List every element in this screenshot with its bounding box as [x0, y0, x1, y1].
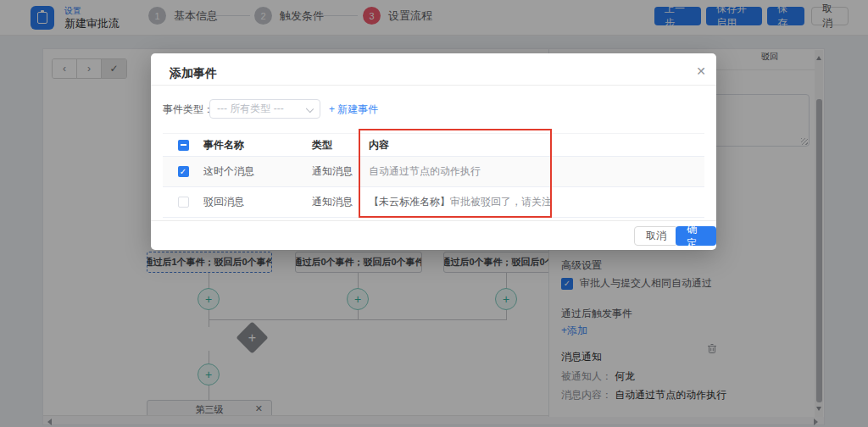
modal-title: 添加事件 — [170, 66, 217, 81]
select-all-checkbox[interactable] — [178, 140, 189, 151]
event-type-selected-value: --- 所有类型 --- — [217, 102, 284, 116]
page-background: 设置 新建审批流 1 基本信息 2 触发条件 3 设置流程 上一步 保存并启用 … — [0, 0, 868, 427]
divider — [151, 220, 716, 221]
modal-cancel-button[interactable]: 取消 — [634, 226, 678, 246]
chevron-down-icon — [306, 105, 314, 113]
event-name-cell: 这时个消息 — [203, 164, 312, 179]
event-type-label: 事件类型： — [163, 103, 214, 117]
row-checkbox-unchecked[interactable] — [178, 197, 189, 208]
col-header-name: 事件名称 — [203, 138, 312, 152]
modal-ok-button[interactable]: 确定 — [676, 226, 716, 246]
event-type-select[interactable]: --- 所有类型 --- — [209, 99, 320, 119]
close-icon[interactable]: ✕ — [694, 64, 708, 78]
new-event-link[interactable]: + 新建事件 — [329, 103, 378, 117]
row-checkbox-checked[interactable]: ✓ — [178, 166, 189, 177]
event-name-cell: 驳回消息 — [203, 195, 312, 209]
annotation-red-box — [359, 129, 552, 218]
divider — [151, 85, 716, 86]
